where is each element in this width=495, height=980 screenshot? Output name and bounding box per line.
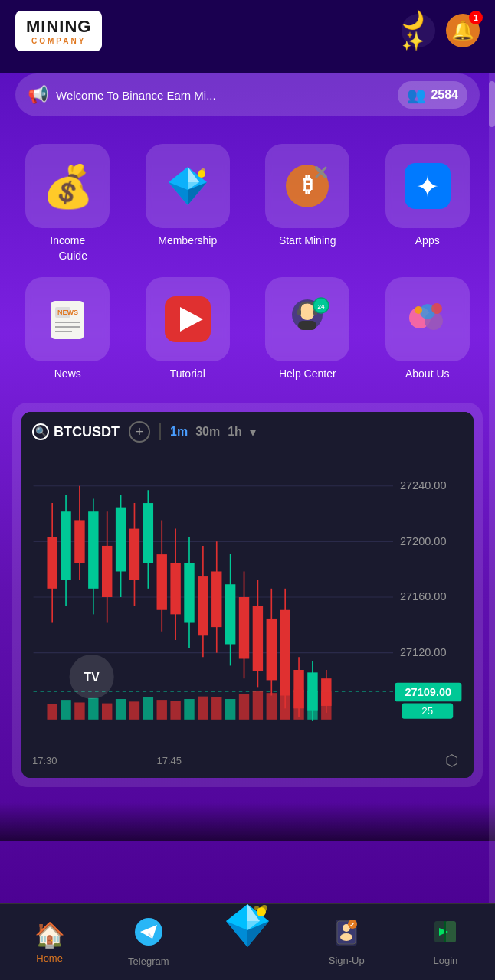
about-svg xyxy=(405,296,451,342)
scrollbar-thumb xyxy=(489,81,495,127)
svg-text:27120.00: 27120.00 xyxy=(400,646,447,658)
chart-footer: 17:30 17:45 ⬡ xyxy=(21,743,474,778)
icon-start-mining[interactable]: ₿ Start Mining xyxy=(248,136,368,254)
home-icon: 🏠 xyxy=(34,920,65,949)
tutorial-label: Tutorial xyxy=(170,368,205,380)
bottom-nav: 🏠 Home Telegram xyxy=(0,903,495,980)
svg-text:✓: ✓ xyxy=(349,921,356,929)
svg-rect-89 xyxy=(157,700,167,720)
guide-cell: Guide xyxy=(8,254,128,262)
svg-rect-94 xyxy=(225,699,235,720)
users-count: 2584 xyxy=(431,88,458,102)
symbol-text: BTCUSDT xyxy=(54,424,120,440)
news-label: News xyxy=(54,368,81,380)
income-label: Income xyxy=(50,234,85,247)
bell-badge: 1 xyxy=(469,11,483,24)
svg-rect-52 xyxy=(129,529,139,580)
icon-tutorial[interactable]: Tutorial xyxy=(128,270,248,387)
icon-help-center[interactable]: 24 Help Center xyxy=(248,270,368,387)
start-mining-label: Start Mining xyxy=(279,234,336,247)
svg-text:27109.00: 27109.00 xyxy=(405,686,452,698)
logo-company: COMPANY xyxy=(31,37,86,45)
svg-rect-50 xyxy=(116,508,126,572)
svg-point-32 xyxy=(431,303,442,314)
membership-icon-box xyxy=(146,144,230,228)
nav-center-diamond[interactable] xyxy=(198,903,297,959)
mining-svg: ₿ xyxy=(283,162,332,211)
svg-text:27160.00: 27160.00 xyxy=(400,590,447,603)
svg-rect-54 xyxy=(143,503,153,563)
chart-settings-button[interactable]: ⬡ xyxy=(440,749,463,772)
grid-row-1: 💰 Income Membership xyxy=(0,129,495,254)
nav-home-label: Home xyxy=(36,952,63,964)
tf-1m[interactable]: 1m xyxy=(170,425,188,439)
svg-rect-40 xyxy=(47,537,57,589)
svg-point-126 xyxy=(340,933,352,941)
nav-signup[interactable]: ✓ Sign-Up xyxy=(297,918,396,966)
svg-rect-44 xyxy=(74,520,84,563)
nav-login-label: Login xyxy=(434,955,458,966)
tf-30m[interactable]: 30m xyxy=(195,425,220,439)
svg-rect-60 xyxy=(184,563,194,622)
logo-mining: MINING xyxy=(26,17,91,37)
add-symbol-button[interactable]: + xyxy=(129,421,150,443)
svg-rect-84 xyxy=(88,698,98,720)
bell-icon[interactable]: 🔔 1 xyxy=(446,14,480,47)
login-icon xyxy=(431,918,459,952)
news-icon-box: NEWS xyxy=(25,277,110,361)
apps-label: Apps xyxy=(415,234,440,247)
svg-text:27200.00: 27200.00 xyxy=(400,535,447,547)
svg-rect-96 xyxy=(253,691,263,720)
moon-icon[interactable]: 🌙✨ xyxy=(402,14,435,47)
svg-rect-58 xyxy=(170,563,180,614)
time-axis: 17:30 17:45 xyxy=(32,755,182,766)
center-diamond-icon xyxy=(225,903,270,959)
income-icon-box: 💰 xyxy=(25,144,110,228)
svg-rect-70 xyxy=(253,606,263,671)
svg-rect-93 xyxy=(211,697,221,720)
svg-rect-23 xyxy=(298,321,316,330)
icon-news[interactable]: NEWS News xyxy=(8,270,128,387)
guide-label: Guide xyxy=(59,250,87,262)
svg-rect-56 xyxy=(157,554,167,610)
svg-rect-92 xyxy=(198,697,208,720)
grid-row-2: NEWS News Tutorial xyxy=(0,262,495,387)
scrollbar[interactable] xyxy=(489,74,495,939)
svg-text:25: 25 xyxy=(421,705,433,717)
svg-rect-82 xyxy=(61,700,70,720)
announcement-text: Welcome To Binance Earn Mi... xyxy=(56,89,390,102)
chart-inner: 🔍 BTCUSDT + 1m 30m 1h ▾ xyxy=(21,412,474,778)
search-icon[interactable]: 🔍 xyxy=(32,423,49,440)
guide-row: Guide xyxy=(0,254,495,262)
svg-rect-42 xyxy=(61,511,70,580)
apps-icon-box: ✦ xyxy=(385,144,470,228)
nav-telegram[interactable]: Telegram xyxy=(99,917,198,967)
svg-point-33 xyxy=(415,306,422,314)
svg-text:NEWS: NEWS xyxy=(57,309,78,316)
timeframe-chevron[interactable]: ▾ xyxy=(250,425,256,439)
header: MINING COMPANY 🌙✨ 🔔 1 xyxy=(0,0,495,61)
svg-rect-87 xyxy=(129,701,139,719)
icon-income[interactable]: 💰 Income xyxy=(8,136,128,254)
nav-login[interactable]: Login xyxy=(396,918,495,966)
help-svg: 24 xyxy=(283,295,332,344)
svg-rect-81 xyxy=(47,704,57,720)
time-left: 17:30 xyxy=(32,755,57,766)
svg-marker-4 xyxy=(188,167,199,182)
icon-membership[interactable]: Membership xyxy=(128,136,248,254)
svg-rect-68 xyxy=(239,597,249,658)
diamond-svg xyxy=(165,163,211,209)
candlestick-chart: 27240.00 27200.00 27160.00 27120.00 2710… xyxy=(21,452,474,743)
svg-rect-46 xyxy=(88,511,98,589)
nav-home[interactable]: 🏠 Home xyxy=(0,920,99,964)
chart-header: 🔍 BTCUSDT + 1m 30m 1h ▾ xyxy=(21,412,474,452)
svg-rect-24 xyxy=(297,309,301,315)
about-us-label: About Us xyxy=(405,368,450,380)
icon-apps[interactable]: ✦ Apps xyxy=(368,136,488,254)
telegram-svg xyxy=(134,917,163,946)
header-icons: 🌙✨ 🔔 1 xyxy=(402,14,480,47)
icon-about-us[interactable]: About Us xyxy=(368,270,488,387)
svg-text:27240.00: 27240.00 xyxy=(400,479,447,492)
tf-1h[interactable]: 1h xyxy=(228,425,242,439)
svg-rect-98 xyxy=(280,684,290,720)
